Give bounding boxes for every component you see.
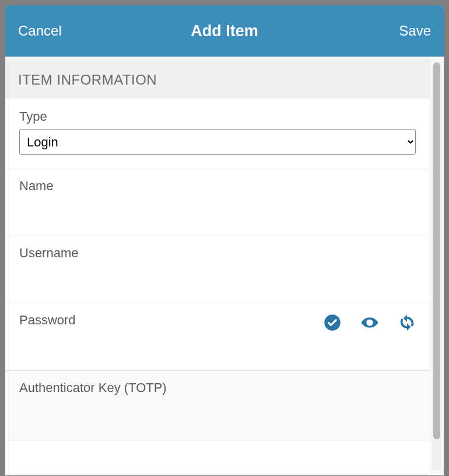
- field-totp-label: Authenticator Key (TOTP): [19, 380, 416, 396]
- panel-title: Add Item: [191, 22, 258, 40]
- field-type-label: Type: [19, 109, 416, 124]
- save-button[interactable]: Save: [373, 23, 431, 39]
- username-input[interactable]: [19, 265, 416, 283]
- field-totp[interactable]: Authenticator Key (TOTP): [5, 370, 430, 440]
- password-actions: [324, 314, 416, 331]
- section-header-item-info: ITEM INFORMATION: [5, 57, 430, 99]
- field-type: Type Login: [5, 99, 430, 169]
- field-name[interactable]: Name: [5, 169, 430, 236]
- type-select[interactable]: Login: [19, 129, 416, 155]
- check-circle-icon[interactable]: [324, 314, 341, 331]
- scrollbar-thumb[interactable]: [433, 62, 440, 439]
- password-input[interactable]: [19, 332, 416, 350]
- field-name-label: Name: [19, 178, 416, 194]
- panel-body: ITEM INFORMATION Type Login Name Usernam…: [5, 57, 444, 475]
- svg-point-1: [368, 321, 371, 324]
- refresh-icon[interactable]: [398, 314, 416, 331]
- name-input[interactable]: [19, 198, 416, 216]
- panel-header: Cancel Add Item Save: [5, 5, 444, 57]
- field-username[interactable]: Username: [5, 236, 430, 303]
- scroll-area: ITEM INFORMATION Type Login Name Usernam…: [5, 57, 430, 475]
- field-password-label: Password: [19, 313, 76, 328]
- cancel-button[interactable]: Cancel: [18, 23, 76, 39]
- add-item-panel: Cancel Add Item Save ITEM INFORMATION Ty…: [5, 5, 444, 476]
- field-password[interactable]: Password: [5, 303, 430, 370]
- eye-icon[interactable]: [361, 314, 378, 331]
- totp-input[interactable]: [19, 400, 416, 418]
- scrollbar-track[interactable]: [432, 61, 441, 471]
- field-username-label: Username: [19, 246, 416, 261]
